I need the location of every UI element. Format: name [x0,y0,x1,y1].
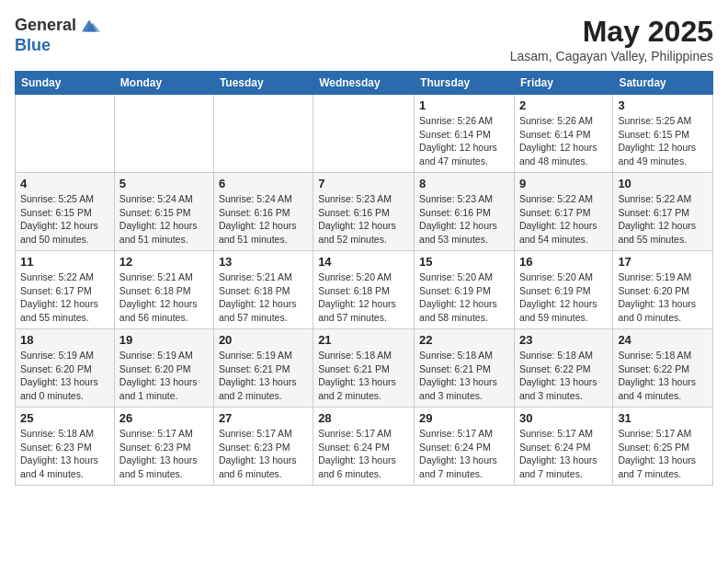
calendar: Sunday Monday Tuesday Wednesday Thursday… [15,71,713,486]
table-row: 9 Sunrise: 5:22 AMSunset: 6:17 PMDayligh… [514,173,612,251]
day-info: Sunrise: 5:19 AMSunset: 6:21 PMDaylight:… [219,349,308,403]
day-info: Sunrise: 5:22 AMSunset: 6:17 PMDaylight:… [519,192,608,247]
day-info: Sunrise: 5:25 AMSunset: 6:15 PMDaylight:… [20,192,109,247]
day-info: Sunrise: 5:17 AMSunset: 6:24 PMDaylight:… [419,427,509,481]
logo-blue: Blue [15,37,100,55]
table-row: 3 Sunrise: 5:25 AMSunset: 6:15 PMDayligh… [613,95,713,173]
day-number: 4 [20,177,109,190]
day-info: Sunrise: 5:19 AMSunset: 6:20 PMDaylight:… [20,349,109,403]
day-number: 29 [419,411,509,425]
week-row-1: 1 Sunrise: 5:26 AMSunset: 6:14 PMDayligh… [16,95,713,173]
table-row: 24 Sunrise: 5:18 AMSunset: 6:22 PMDaylig… [613,329,713,408]
day-number: 18 [20,333,109,347]
table-row: 5 Sunrise: 5:24 AMSunset: 6:15 PMDayligh… [114,173,213,251]
day-info: Sunrise: 5:17 AMSunset: 6:23 PMDaylight:… [219,427,308,481]
week-row-5: 25 Sunrise: 5:18 AMSunset: 6:23 PMDaylig… [16,408,713,486]
table-row: 19 Sunrise: 5:19 AMSunset: 6:20 PMDaylig… [114,329,213,408]
month-title: May 2025 [510,15,713,49]
day-number: 11 [20,255,109,269]
day-number: 2 [519,98,608,112]
day-info: Sunrise: 5:26 AMSunset: 6:14 PMDaylight:… [519,114,608,168]
day-info: Sunrise: 5:19 AMSunset: 6:20 PMDaylight:… [119,349,209,403]
day-info: Sunrise: 5:25 AMSunset: 6:15 PMDaylight:… [618,114,708,168]
table-row: 16 Sunrise: 5:20 AMSunset: 6:19 PMDaylig… [514,251,612,329]
table-row: 6 Sunrise: 5:24 AMSunset: 6:16 PMDayligh… [213,173,313,251]
header-saturday: Saturday [613,72,713,95]
table-row: 10 Sunrise: 5:22 AMSunset: 6:17 PMDaylig… [613,173,713,251]
day-number: 31 [618,411,708,425]
table-row: 31 Sunrise: 5:17 AMSunset: 6:25 PMDaylig… [613,408,713,486]
day-number: 23 [519,333,608,347]
logo: General Blue [15,15,100,55]
day-info: Sunrise: 5:17 AMSunset: 6:23 PMDaylight:… [119,427,209,481]
table-row: 4 Sunrise: 5:25 AMSunset: 6:15 PMDayligh… [16,173,115,251]
week-row-3: 11 Sunrise: 5:22 AMSunset: 6:17 PMDaylig… [16,251,713,329]
day-info: Sunrise: 5:21 AMSunset: 6:18 PMDaylight:… [219,270,308,325]
day-info: Sunrise: 5:18 AMSunset: 6:23 PMDaylight:… [20,427,109,481]
day-info: Sunrise: 5:20 AMSunset: 6:18 PMDaylight:… [318,270,409,325]
day-number: 14 [318,255,409,269]
table-row: 1 Sunrise: 5:26 AMSunset: 6:14 PMDayligh… [415,95,515,173]
day-number: 12 [119,255,209,269]
day-number: 22 [419,333,509,347]
day-info: Sunrise: 5:19 AMSunset: 6:20 PMDaylight:… [618,270,708,325]
header-friday: Friday [514,72,612,95]
day-info: Sunrise: 5:26 AMSunset: 6:14 PMDaylight:… [419,114,509,168]
table-row: 2 Sunrise: 5:26 AMSunset: 6:14 PMDayligh… [514,95,612,173]
day-number: 16 [519,255,608,269]
header-thursday: Thursday [415,72,515,95]
day-number: 3 [618,98,708,112]
table-row: 29 Sunrise: 5:17 AMSunset: 6:24 PMDaylig… [415,408,515,486]
logo-text: General Blue [15,15,100,55]
header-sunday: Sunday [16,72,115,95]
table-row: 27 Sunrise: 5:17 AMSunset: 6:23 PMDaylig… [213,408,313,486]
day-info: Sunrise: 5:24 AMSunset: 6:15 PMDaylight:… [119,192,209,247]
day-info: Sunrise: 5:17 AMSunset: 6:24 PMDaylight:… [318,427,409,481]
day-info: Sunrise: 5:17 AMSunset: 6:24 PMDaylight:… [519,427,608,481]
table-row: 30 Sunrise: 5:17 AMSunset: 6:24 PMDaylig… [514,408,612,486]
day-number: 8 [419,177,509,190]
table-row: 14 Sunrise: 5:20 AMSunset: 6:18 PMDaylig… [313,251,415,329]
table-row: 13 Sunrise: 5:21 AMSunset: 6:18 PMDaylig… [213,251,313,329]
day-number: 13 [219,255,308,269]
table-row: 26 Sunrise: 5:17 AMSunset: 6:23 PMDaylig… [114,408,213,486]
day-number: 28 [318,411,409,425]
table-row [16,95,115,173]
day-number: 19 [119,333,209,347]
day-info: Sunrise: 5:24 AMSunset: 6:16 PMDaylight:… [219,192,308,247]
day-info: Sunrise: 5:22 AMSunset: 6:17 PMDaylight:… [618,192,708,247]
logo-icon [78,15,100,37]
day-info: Sunrise: 5:17 AMSunset: 6:25 PMDaylight:… [618,427,708,481]
logo-general: General [15,17,76,35]
table-row: 15 Sunrise: 5:20 AMSunset: 6:19 PMDaylig… [415,251,515,329]
table-row: 12 Sunrise: 5:21 AMSunset: 6:18 PMDaylig… [114,251,213,329]
week-row-2: 4 Sunrise: 5:25 AMSunset: 6:15 PMDayligh… [16,173,713,251]
table-row: 8 Sunrise: 5:23 AMSunset: 6:16 PMDayligh… [415,173,515,251]
day-number: 26 [119,411,209,425]
day-info: Sunrise: 5:20 AMSunset: 6:19 PMDaylight:… [419,270,509,325]
table-row [213,95,313,173]
day-number: 24 [618,333,708,347]
day-number: 1 [419,98,509,112]
day-info: Sunrise: 5:18 AMSunset: 6:21 PMDaylight:… [419,349,509,403]
header-wednesday: Wednesday [313,72,415,95]
day-number: 10 [618,177,708,190]
table-row: 7 Sunrise: 5:23 AMSunset: 6:16 PMDayligh… [313,173,415,251]
day-number: 5 [119,177,209,190]
header-monday: Monday [114,72,213,95]
day-info: Sunrise: 5:18 AMSunset: 6:21 PMDaylight:… [318,349,409,403]
day-number: 25 [20,411,109,425]
day-number: 20 [219,333,308,347]
page-header: General Blue May 2025 Lasam, Cagayan Val… [15,15,713,63]
day-number: 6 [219,177,308,190]
day-number: 30 [519,411,608,425]
table-row: 11 Sunrise: 5:22 AMSunset: 6:17 PMDaylig… [16,251,115,329]
week-row-4: 18 Sunrise: 5:19 AMSunset: 6:20 PMDaylig… [16,329,713,408]
day-info: Sunrise: 5:22 AMSunset: 6:17 PMDaylight:… [20,270,109,325]
table-row: 23 Sunrise: 5:18 AMSunset: 6:22 PMDaylig… [514,329,612,408]
day-number: 21 [318,333,409,347]
day-info: Sunrise: 5:23 AMSunset: 6:16 PMDaylight:… [419,192,509,247]
title-block: May 2025 Lasam, Cagayan Valley, Philippi… [510,15,713,63]
day-number: 17 [618,255,708,269]
table-row: 21 Sunrise: 5:18 AMSunset: 6:21 PMDaylig… [313,329,415,408]
